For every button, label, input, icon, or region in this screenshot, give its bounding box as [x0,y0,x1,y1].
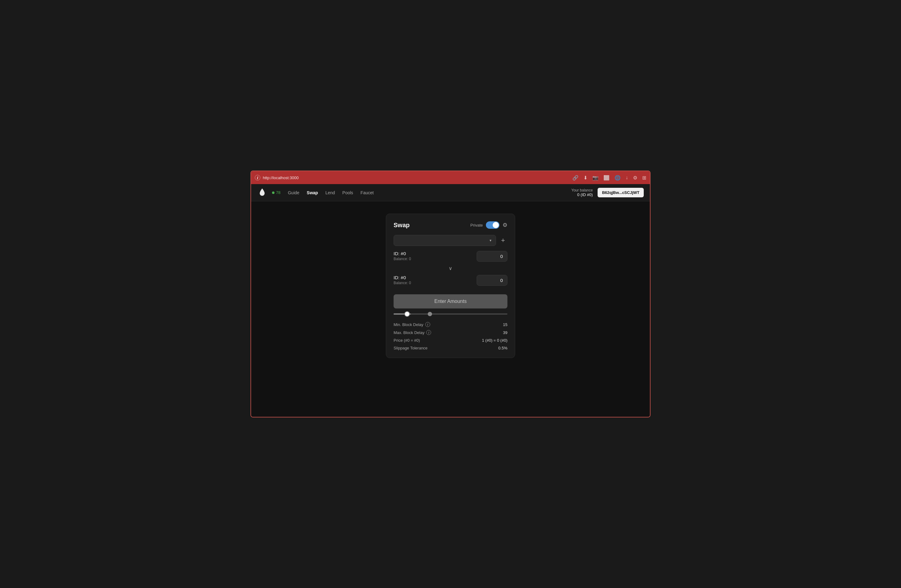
enter-amounts-button[interactable]: Enter Amounts [394,294,507,309]
swap-header: Swap Private ⚙ [394,221,507,229]
min-block-delay-info-icon[interactable]: i [425,322,430,327]
private-toggle[interactable] [486,221,499,229]
slider-track [394,313,507,315]
slider-thumb-right[interactable] [428,312,432,316]
from-token-section: ID: #0 Balance: 0 [394,251,507,262]
window-icon[interactable]: ⬜ [603,175,610,181]
private-label: Private [471,223,483,228]
swap-header-right: Private ⚙ [471,221,507,229]
balance-info: Your balance 0 (ID #0) [571,188,593,197]
slippage-row: Slippage Tolerance 0.5% [394,346,507,350]
toggle-knob [493,222,499,228]
min-block-delay-label: Min. Block Delay i [394,322,430,327]
to-token-info: ID: #0 Balance: 0 [394,275,411,285]
online-badge: 78 [272,190,280,195]
wallet-button[interactable]: B62qjBw...cSCJjWT [598,188,644,197]
chevron-down-icon: ▾ [489,238,491,243]
slider-container[interactable] [394,312,507,316]
arrow-icon[interactable]: ↓ [626,175,628,180]
info-rows: Min. Block Delay i 15 Max. Block Delay i… [394,322,507,350]
download-icon[interactable]: ⬇ [583,175,588,181]
browser-window: i http://localhost:3000 🔗 ⬇ 📷 ⬜ 🌐 ↓ ⚙ ⊞ … [251,170,650,418]
browser-url: http://localhost:3000 [263,175,298,180]
max-block-delay-label: Max. Block Delay i [394,330,431,335]
swap-direction[interactable]: ∨ [394,265,507,271]
swap-title: Swap [394,221,410,229]
from-token-info: ID: #0 Balance: 0 [394,251,411,261]
min-block-delay-row: Min. Block Delay i 15 [394,322,507,327]
token-dropdown[interactable]: ▾ [394,235,496,246]
app-header: 78 Guide Swap Lend Pools Faucet Your bal… [251,184,650,201]
app-body: Swap Private ⚙ ▾ + [251,201,650,417]
from-token-balance: Balance: 0 [394,257,411,261]
info-icon: i [255,175,260,180]
price-value: 1 (#0) = 0 (#0) [482,338,507,343]
browser-titlebar: i http://localhost:3000 🔗 ⬇ 📷 ⬜ 🌐 ↓ ⚙ ⊞ [251,171,650,184]
max-block-delay-row: Max. Block Delay i 39 [394,330,507,335]
min-block-delay-value: 15 [503,322,507,327]
camera-icon[interactable]: 📷 [592,175,599,181]
slider-thumb-left[interactable] [404,311,410,317]
grid-icon[interactable]: ⊞ [642,175,646,181]
to-token-section: ID: #0 Balance: 0 [394,275,507,286]
swap-card: Swap Private ⚙ ▾ + [386,214,515,358]
max-block-delay-info-icon[interactable]: i [426,330,431,335]
main-nav: Guide Swap Lend Pools Faucet [288,190,374,195]
token-selector-row: ▾ + [394,235,507,246]
settings-gear-icon[interactable]: ⚙ [502,221,507,228]
online-dot [272,192,274,194]
nav-swap[interactable]: Swap [307,190,318,195]
nav-guide[interactable]: Guide [288,190,299,195]
nav-lend[interactable]: Lend [325,190,335,195]
online-count: 78 [276,190,280,195]
nav-pools[interactable]: Pools [343,190,353,195]
nav-faucet[interactable]: Faucet [361,190,374,195]
balance-label: Your balance [571,188,593,192]
settings-icon[interactable]: ⚙ [633,175,637,181]
browser-toolbar-icons: 🔗 ⬇ 📷 ⬜ 🌐 ↓ ⚙ ⊞ [572,175,646,181]
header-right: Your balance 0 (ID #0) B62qjBw...cSCJjWT [571,188,644,197]
chevron-down-swap-icon: ∨ [449,265,452,271]
balance-value: 0 (ID #0) [571,192,593,197]
price-label: Price (#0 = #0) [394,338,420,343]
max-block-delay-value: 39 [503,330,507,335]
link-icon[interactable]: 🔗 [572,175,578,181]
from-token-row: ID: #0 Balance: 0 [394,251,507,262]
from-amount-input[interactable] [477,251,507,262]
from-token-id: ID: #0 [394,251,411,256]
price-row: Price (#0 = #0) 1 (#0) = 0 (#0) [394,338,507,343]
to-token-row: ID: #0 Balance: 0 [394,275,507,286]
to-amount-input[interactable] [477,275,507,286]
to-token-balance: Balance: 0 [394,281,411,285]
globe-icon[interactable]: 🌐 [614,175,621,181]
add-token-button[interactable]: + [499,236,507,245]
slippage-value: 0.5% [498,346,507,350]
slippage-label: Slippage Tolerance [394,346,427,350]
app-logo [257,187,272,198]
to-token-id: ID: #0 [394,275,411,280]
